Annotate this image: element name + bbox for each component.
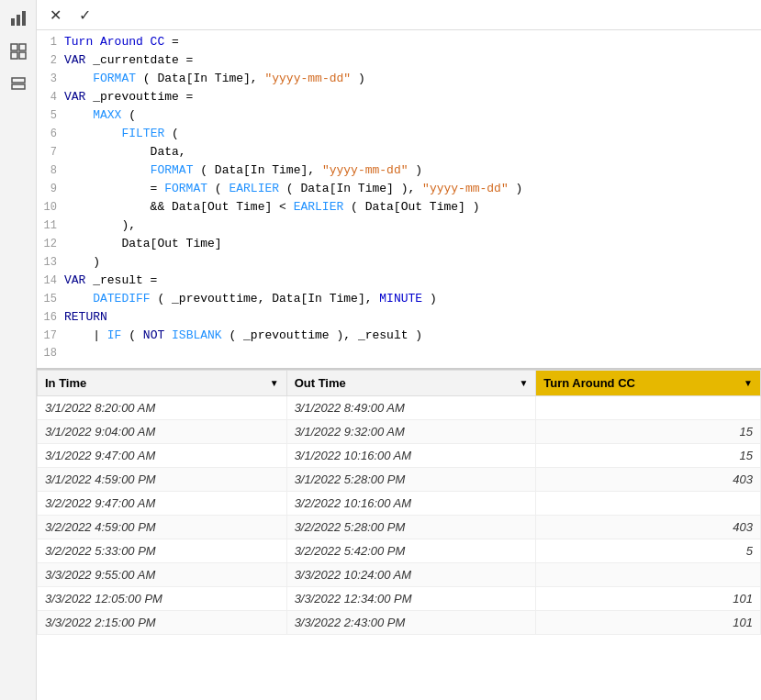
code-line-10: 10 && Data[Out Time] < EARLIER ( Data[Ou… [37,199,761,217]
code-line-15: 15 DATEDIFF ( _prevouttime, Data[In Time… [37,291,761,309]
cell-turn-around: 5 [536,539,761,563]
code-line-7: 7 Data, [37,144,761,162]
line-content: = FORMAT ( EARLIER ( Data[In Time] ), "y… [64,182,761,195]
table-row: 3/1/2022 8:20:00 AM3/1/2022 8:49:00 AM [38,396,761,420]
column-header-turn_around[interactable]: Turn Around CC▼ [536,371,761,396]
line-number: 9 [37,183,64,195]
line-content: RETURN [64,310,761,324]
cell-in-time: 3/1/2022 9:47:00 AM [38,444,287,468]
cell-turn-around: 101 [536,611,761,635]
line-number: 2 [37,54,64,67]
table-row: 3/1/2022 9:47:00 AM3/1/2022 10:16:00 AM1… [38,444,761,468]
code-line-8: 8 FORMAT ( Data[In Time], "yyyy-mm-dd" ) [37,162,761,181]
svg-rect-1 [17,15,20,26]
code-line-1: 1Turn Around CC = [37,34,761,52]
cell-out-time: 3/2/2022 5:42:00 PM [286,539,536,563]
cell-turn-around: 101 [536,587,761,611]
line-number: 6 [37,128,64,140]
code-line-14: 14VAR _result = [37,272,761,291]
line-content: && Data[Out Time] < EARLIER ( Data[Out T… [64,200,761,214]
table-row: 3/2/2022 9:47:00 AM3/2/2022 10:16:00 AM [38,492,761,516]
line-content: VAR _currentdate = [64,53,761,67]
code-line-3: 3 FORMAT ( Data[In Time], "yyyy-mm-dd" ) [37,71,761,89]
svg-rect-0 [11,18,15,26]
cell-out-time: 3/2/2022 10:16:00 AM [286,492,536,516]
cell-turn-around [536,492,761,516]
editor-toolbar: ✕ ✓ [37,0,761,30]
code-line-9: 9 = FORMAT ( EARLIER ( Data[In Time] ), … [37,181,761,199]
table-row: 3/3/2022 12:05:00 PM3/3/2022 12:34:00 PM… [38,587,761,611]
line-content: FORMAT ( Data[In Time], "yyyy-mm-dd" ) [64,163,761,177]
line-number: 17 [37,329,64,342]
code-editor: ✕ ✓ 1Turn Around CC =2VAR _currentdate =… [37,0,761,370]
cell-out-time: 3/2/2022 5:28:00 PM [286,516,536,539]
cell-turn-around: 15 [536,444,761,468]
cell-in-time: 3/1/2022 8:20:00 AM [38,396,287,420]
bar-chart-icon[interactable] [7,7,29,29]
code-line-18: 18 [37,346,761,364]
line-content: DATEDIFF ( _prevouttime, Data[In Time], … [64,292,761,306]
cell-out-time: 3/3/2022 10:24:00 AM [286,563,536,587]
cell-turn-around [536,396,761,420]
line-number: 8 [37,164,64,177]
code-line-16: 16RETURN [37,309,761,328]
main-content: ✕ ✓ 1Turn Around CC =2VAR _currentdate =… [37,0,761,700]
line-content: VAR _result = [64,273,761,287]
line-number: 7 [37,146,64,159]
cell-turn-around: 403 [536,516,761,539]
svg-rect-7 [12,78,25,83]
column-header-in_time[interactable]: In Time▼ [38,371,287,396]
cell-out-time: 3/3/2022 12:34:00 PM [286,587,536,611]
code-line-2: 2VAR _currentdate = [37,52,761,71]
data-table-area: In Time▼Out Time▼Turn Around CC▼ 3/1/202… [37,370,761,700]
cell-out-time: 3/1/2022 10:16:00 AM [286,444,536,468]
line-content: | IF ( NOT ISBLANK ( _prevouttime ), _re… [64,328,761,342]
code-line-12: 12 Data[Out Time] [37,236,761,254]
line-content: MAXX ( [64,108,761,122]
line-content: Turn Around CC = [64,35,761,49]
cancel-button[interactable]: ✕ [44,4,66,26]
confirm-button[interactable]: ✓ [73,4,95,26]
line-number: 12 [37,238,64,250]
code-line-5: 5 MAXX ( [37,107,761,126]
column-header-out_time[interactable]: Out Time▼ [286,371,536,396]
table-row: 3/1/2022 9:04:00 AM3/1/2022 9:32:00 AM15 [38,420,761,444]
line-content: Data, [64,145,761,159]
line-number: 3 [37,72,64,85]
sidebar [0,0,37,700]
table-row: 3/3/2022 9:55:00 AM3/3/2022 10:24:00 AM [38,563,761,587]
cell-in-time: 3/2/2022 9:47:00 AM [38,492,287,516]
code-line-17: 17 | IF ( NOT ISBLANK ( _prevouttime ), … [37,328,761,346]
line-content: FORMAT ( Data[In Time], "yyyy-mm-dd" ) [64,72,761,85]
grid-icon[interactable] [7,40,29,62]
line-number: 14 [37,274,64,287]
table-row: 3/1/2022 4:59:00 PM3/1/2022 5:28:00 PM40… [38,468,761,492]
table-row: 3/3/2022 2:15:00 PM3/3/2022 2:43:00 PM10… [38,611,761,635]
line-number: 13 [37,256,64,269]
line-content: ), [64,218,761,232]
line-content: VAR _prevouttime = [64,90,761,104]
svg-rect-8 [12,84,25,89]
code-area: 1Turn Around CC =2VAR _currentdate =3 FO… [37,30,761,368]
svg-rect-5 [11,52,17,59]
line-content: ) [64,255,761,269]
layers-icon[interactable] [7,73,29,95]
svg-rect-3 [11,44,17,50]
code-line-11: 11 ), [37,217,761,236]
line-content: FILTER ( [64,127,761,140]
table-row: 3/2/2022 4:59:00 PM3/2/2022 5:28:00 PM40… [38,516,761,539]
cell-in-time: 3/1/2022 4:59:00 PM [38,468,287,492]
code-line-6: 6 FILTER ( [37,126,761,144]
svg-rect-2 [22,11,26,26]
cell-in-time: 3/3/2022 12:05:00 PM [38,587,287,611]
line-number: 16 [37,311,64,324]
cell-out-time: 3/3/2022 2:43:00 PM [286,611,536,635]
line-number: 11 [37,219,64,232]
line-number: 10 [37,201,64,214]
cell-in-time: 3/1/2022 9:04:00 AM [38,420,287,444]
cell-in-time: 3/3/2022 2:15:00 PM [38,611,287,635]
data-table: In Time▼Out Time▼Turn Around CC▼ 3/1/202… [37,370,761,635]
cell-out-time: 3/1/2022 8:49:00 AM [286,396,536,420]
svg-rect-4 [19,44,26,50]
svg-rect-6 [19,52,26,59]
